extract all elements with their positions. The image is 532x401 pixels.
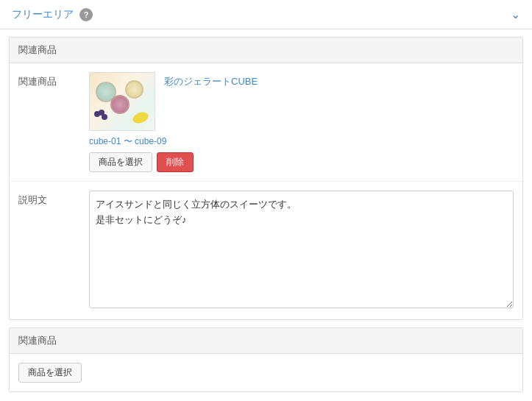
free-area-left: フリーエリア ? bbox=[12, 8, 93, 21]
product-item: 彩のジェラートCUBE bbox=[89, 72, 514, 131]
delete-product-button[interactable]: 削除 bbox=[157, 152, 194, 172]
related-product-label: 関連商品 bbox=[18, 72, 77, 88]
form-row-description: 説明文 アイスサンドと同じく立方体のスイーツです。 是非セットにどうぞ♪ bbox=[10, 182, 522, 319]
section2-header: 関連商品 bbox=[10, 328, 522, 354]
select-product-button[interactable]: 商品を選択 bbox=[89, 152, 152, 172]
form-row-related-product: 関連商品 bbox=[10, 63, 522, 182]
cup3 bbox=[125, 80, 143, 99]
related-product-content: 彩のジェラートCUBE cube-01 〜 cube-09 商品を選択 削除 bbox=[89, 72, 514, 172]
chevron-down-icon[interactable]: ⌄ bbox=[511, 7, 520, 21]
product-image-inner bbox=[90, 73, 155, 130]
lemon-decoration bbox=[131, 110, 149, 126]
free-area-header: フリーエリア ? ⌄ bbox=[0, 0, 532, 29]
product-name: 彩のジェラートCUBE bbox=[164, 75, 258, 88]
related-product-section-1: 関連商品 関連商品 bbox=[9, 37, 523, 320]
blueberry-3 bbox=[99, 110, 104, 116]
product-image bbox=[89, 72, 155, 131]
product-range: cube-01 〜 cube-09 bbox=[89, 135, 514, 148]
free-area-title: フリーエリア bbox=[12, 8, 74, 21]
cup2 bbox=[110, 95, 130, 114]
description-label: 説明文 bbox=[18, 191, 77, 207]
description-textarea[interactable]: アイスサンドと同じく立方体のスイーツです。 是非セットにどうぞ♪ bbox=[89, 191, 514, 308]
related-product-section-2: 関連商品 商品を選択 bbox=[9, 327, 523, 392]
product-info: 彩のジェラートCUBE bbox=[164, 72, 258, 88]
product-button-group: 商品を選択 削除 bbox=[89, 152, 514, 172]
section1-header: 関連商品 bbox=[10, 38, 522, 63]
section2-content: 商品を選択 bbox=[10, 354, 522, 391]
help-icon[interactable]: ? bbox=[79, 8, 93, 21]
select-product-button-2[interactable]: 商品を選択 bbox=[18, 363, 82, 383]
description-content: アイスサンドと同じく立方体のスイーツです。 是非セットにどうぞ♪ bbox=[89, 191, 514, 310]
page-wrapper: フリーエリア ? ⌄ 関連商品 関連商品 bbox=[0, 0, 532, 401]
